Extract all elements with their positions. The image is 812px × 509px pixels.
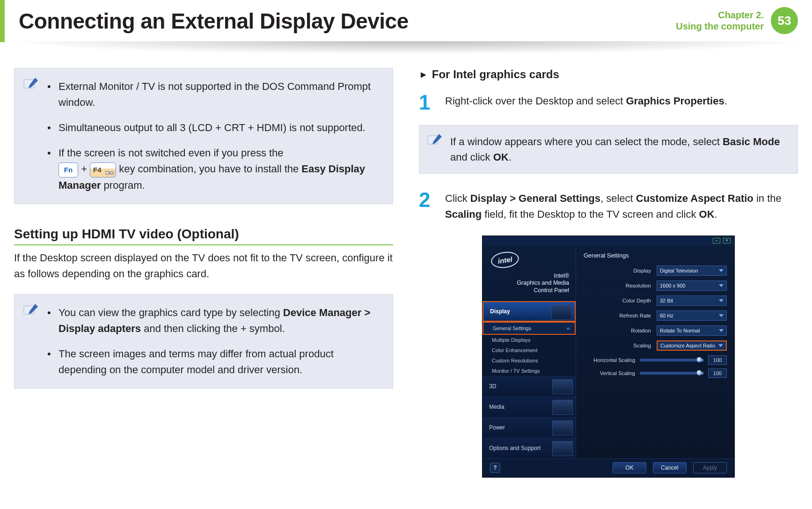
- right-column: ► For Intel graphics cards 1 Right-click…: [419, 68, 798, 478]
- dd-value: 60 Hz: [660, 313, 673, 318]
- sidebar-item-3d[interactable]: 3D: [483, 376, 576, 397]
- step-2: 2 Click Display > General Settings, sele…: [419, 191, 798, 222]
- s2b: , select: [600, 192, 636, 204]
- row-rotation: Rotation Rotate To Normal: [584, 325, 727, 336]
- sidebar-sub-label: General Settings: [493, 325, 531, 331]
- dropdown-resolution[interactable]: 1600 x 900: [657, 280, 727, 291]
- intel-name-l3: Control Panel: [483, 287, 569, 295]
- sidebar-sub-custom[interactable]: Custom Resolutions: [483, 355, 576, 366]
- row-colordepth: Color Depth 32 Bit: [584, 295, 727, 306]
- sidebar-sub-multiple[interactable]: Multiple Displays: [483, 335, 576, 345]
- apply-button[interactable]: Apply: [693, 462, 727, 473]
- dd-value: Customize Aspect Ratio: [660, 343, 715, 348]
- note-bullet-2: Simultaneous output to all 3 (LCD + CRT …: [47, 120, 380, 136]
- thumb-icon: [552, 400, 573, 415]
- row-vscale: Vertical Scaling 100: [584, 369, 727, 378]
- chevron-down-icon: [719, 299, 724, 302]
- s1a: Right-click over the Desktop and select: [445, 95, 626, 107]
- note-icon: [427, 133, 443, 146]
- page-title: Connecting an External Display Device: [19, 8, 409, 34]
- nbend: .: [509, 151, 512, 163]
- monitor-thumb-icon: [551, 305, 572, 320]
- s2b3: Scaling: [445, 208, 482, 220]
- svg-rect-1: [105, 171, 109, 174]
- minimize-button[interactable]: [713, 238, 720, 243]
- s2b1: Display > General Settings: [470, 192, 600, 204]
- step-number-1: 1: [419, 93, 436, 112]
- value-hscale: 100: [708, 355, 727, 365]
- sidebar-sub-color[interactable]: Color Enhancement: [483, 345, 576, 355]
- sidebar-item-power[interactable]: Power: [483, 417, 576, 438]
- sidebar-sub-general[interactable]: General Settings ››: [483, 322, 576, 335]
- sidebar-item-label: 3D: [489, 383, 496, 390]
- sidebar-item-media[interactable]: Media: [483, 397, 576, 417]
- note3-part-a: If the screen is not switched even if yo…: [59, 147, 284, 159]
- step-2-text: Click Display > General Settings, select…: [445, 191, 798, 222]
- sidebar-item-display[interactable]: Display: [483, 301, 576, 322]
- label-vscale: Vertical Scaling: [584, 370, 635, 376]
- slider-vscale[interactable]: [640, 372, 703, 375]
- slider-knob-icon: [696, 357, 702, 362]
- chevron-down-icon: [719, 269, 724, 272]
- n2b1-a: You can view the graphics card type by s…: [59, 307, 283, 318]
- close-button[interactable]: [723, 238, 731, 243]
- dd-value: 32 Bit: [660, 298, 673, 303]
- dropdown-display[interactable]: Digital Television: [657, 266, 727, 276]
- s2b2: Customize Aspect Ratio: [636, 192, 753, 204]
- intel-name-l1: Intel®: [483, 273, 569, 280]
- label-resolution: Resolution: [600, 283, 651, 288]
- row-refresh: Refresh Rate 60 Hz: [584, 310, 727, 321]
- plus-sign: +: [81, 163, 90, 175]
- cancel-button[interactable]: Cancel: [653, 462, 687, 473]
- note3-part-b: key combination, you have to install the: [119, 163, 301, 175]
- ok-button[interactable]: OK: [613, 462, 646, 473]
- s2c: in the: [753, 192, 782, 204]
- s2b4: OK: [699, 208, 715, 220]
- note-box-bottom: You can view the graphics card type by s…: [14, 294, 393, 389]
- sidebar-sub-montv[interactable]: Monitor / TV Settings: [483, 366, 576, 376]
- intel-footer: ? OK Cancel Apply: [483, 458, 734, 477]
- page-header: Connecting an External Display Device Ch…: [0, 0, 812, 42]
- note3-part-c: program.: [101, 179, 145, 191]
- main-title: General Settings: [584, 252, 727, 259]
- row-display: Display Digital Television: [584, 266, 727, 276]
- triangle-right-icon: ►: [419, 69, 428, 80]
- chevron-down-icon: [719, 314, 724, 317]
- step-number-2: 2: [419, 191, 436, 222]
- chevron-down-icon: [719, 284, 724, 287]
- page-number-badge: 53: [771, 7, 798, 34]
- note-icon: [23, 77, 39, 90]
- intel-body: intel Intel® Graphics and Media Control …: [483, 245, 734, 458]
- dropdown-rotation[interactable]: Rotate To Normal: [657, 325, 727, 336]
- f4-key-icon: F4: [90, 162, 116, 177]
- help-button[interactable]: ?: [490, 463, 500, 473]
- intel-logo: intel: [483, 245, 576, 271]
- intel-titlebar: [483, 236, 734, 245]
- intel-logo-icon: intel: [490, 250, 520, 270]
- note-bullet-1: External Monitor / TV is not supported i…: [47, 79, 380, 111]
- nbb1: Basic Mode: [723, 136, 780, 148]
- chapter-label: Chapter 2. Using the computer: [676, 9, 764, 32]
- row-hscale: Horizontal Scaling 100: [584, 355, 727, 365]
- dropdown-colordepth[interactable]: 32 Bit: [657, 295, 727, 306]
- intel-window: intel Intel® Graphics and Media Control …: [482, 236, 735, 478]
- slider-knob-icon: [696, 370, 702, 376]
- dropdown-refresh[interactable]: 60 Hz: [657, 310, 727, 321]
- note-bullet-3: If the screen is not switched even if yo…: [47, 145, 380, 193]
- sidebar-item-label: Options and Support: [489, 445, 541, 451]
- nba: If a window appears where you can select…: [450, 136, 723, 148]
- step-1-text: Right-click over the Desktop and select …: [445, 93, 727, 112]
- thumb-icon: [552, 379, 573, 394]
- intel-sidebar: intel Intel® Graphics and Media Control …: [483, 245, 576, 458]
- chevron-down-icon: [718, 344, 723, 347]
- dropdown-scaling[interactable]: Customize Aspect Ratio: [657, 340, 727, 351]
- slider-hscale[interactable]: [640, 359, 703, 361]
- nbmid: and click: [450, 151, 493, 163]
- sidebar-item-options[interactable]: Options and Support: [483, 438, 576, 458]
- header-right: Chapter 2. Using the computer 53: [676, 7, 798, 34]
- s2d: field, fit the Desktop to the TV screen …: [482, 208, 699, 220]
- chevron-down-icon: [719, 329, 724, 332]
- label-colordepth: Color Depth: [600, 298, 651, 303]
- intel-main-panel: General Settings Display Digital Televis…: [576, 245, 734, 458]
- dd-value: Rotate To Normal: [660, 328, 700, 333]
